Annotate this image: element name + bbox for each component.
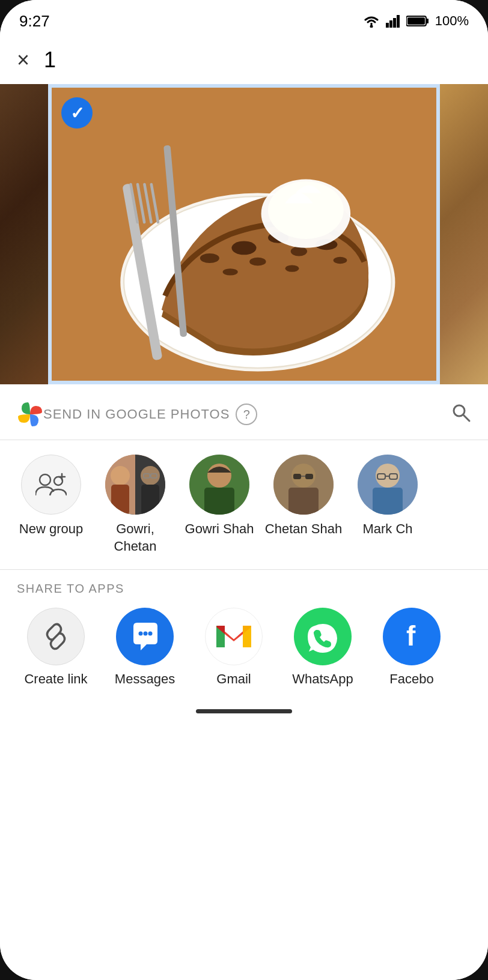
phone-frame: 9:27 xyxy=(0,0,488,980)
svg-rect-8 xyxy=(407,17,425,25)
whatsapp-icon xyxy=(294,608,352,665)
contact-item-gowri-shah[interactable]: Gowri Shah xyxy=(180,455,258,555)
contact-item-new-group[interactable]: New group xyxy=(12,455,90,555)
create-link-label: Create link xyxy=(24,671,87,687)
whatsapp-label: WhatsApp xyxy=(292,671,353,687)
battery-icon xyxy=(406,15,429,27)
svg-point-63 xyxy=(148,631,152,635)
share-to-apps-section: SHARE TO APPS Create link xyxy=(0,570,488,699)
avatar-gowri-chetan xyxy=(105,455,165,515)
bottom-sheet: SEND IN GOOGLE PHOTOS ? xyxy=(0,384,488,980)
svg-line-60 xyxy=(52,632,60,641)
svg-point-19 xyxy=(223,268,238,275)
svg-point-31 xyxy=(40,474,50,485)
share-to-apps-title: SHARE TO APPS xyxy=(17,582,471,596)
svg-rect-40 xyxy=(141,485,159,515)
search-icon xyxy=(451,402,471,423)
status-time: 9:27 xyxy=(19,12,50,31)
photo-strip xyxy=(0,84,488,384)
signal-icon xyxy=(386,14,400,28)
contact-item-chetan-shah[interactable]: Chetan Shah xyxy=(264,455,343,555)
avatar-mark xyxy=(358,455,418,515)
create-link-icon xyxy=(27,608,85,665)
svg-rect-5 xyxy=(397,15,400,28)
contact-name-chetan-shah: Chetan Shah xyxy=(265,521,342,538)
home-indicator xyxy=(0,699,488,723)
svg-line-30 xyxy=(463,415,469,421)
svg-point-15 xyxy=(200,253,219,263)
photo-selected[interactable] xyxy=(48,84,440,384)
phone-screen: 9:27 xyxy=(0,0,488,980)
google-photos-section: SEND IN GOOGLE PHOTOS ? xyxy=(0,384,488,440)
apps-row: Create link Messages xyxy=(17,608,471,687)
svg-rect-46 xyxy=(204,488,234,515)
app-item-messages[interactable]: Messages xyxy=(106,608,184,687)
contact-name-new-group: New group xyxy=(19,521,83,538)
wifi-icon xyxy=(363,14,380,28)
app-item-facebook[interactable]: f Facebo xyxy=(373,608,451,687)
avatar-gowri-shah xyxy=(189,455,249,515)
home-bar xyxy=(196,709,292,713)
app-item-create-link[interactable]: Create link xyxy=(17,608,95,687)
selection-count: 1 xyxy=(44,47,56,73)
svg-rect-3 xyxy=(389,20,392,28)
google-photos-help[interactable]: ? xyxy=(236,404,257,425)
contact-item-gowri-chetan[interactable]: Gowri,Chetan xyxy=(96,455,174,555)
contact-item-mark[interactable]: Mark Ch xyxy=(349,455,427,555)
google-photos-logo xyxy=(17,401,43,428)
svg-point-61 xyxy=(138,631,142,635)
svg-point-12 xyxy=(231,241,256,255)
svg-rect-53 xyxy=(273,455,334,515)
facebook-icon: f xyxy=(383,608,441,665)
new-group-avatar xyxy=(21,455,81,515)
google-photos-search[interactable] xyxy=(451,402,471,427)
contact-name-gowri-chetan: Gowri,Chetan xyxy=(114,521,157,555)
svg-text:f: f xyxy=(406,620,416,652)
contacts-section: New group xyxy=(0,440,488,570)
app-item-whatsapp[interactable]: WhatsApp xyxy=(284,608,362,687)
svg-point-62 xyxy=(143,631,147,635)
svg-point-17 xyxy=(249,258,266,266)
battery-percent: 100% xyxy=(435,13,469,29)
photo-left-peek[interactable] xyxy=(0,84,48,384)
avatar-chetan-shah xyxy=(273,455,334,515)
svg-rect-4 xyxy=(393,18,396,28)
svg-rect-7 xyxy=(426,19,429,23)
messages-icon xyxy=(116,608,174,665)
svg-point-18 xyxy=(285,265,299,271)
gmail-icon xyxy=(205,608,263,665)
google-photos-label: SEND IN GOOGLE PHOTOS xyxy=(43,407,230,422)
gmail-label: Gmail xyxy=(216,671,251,687)
photo-right-peek[interactable] xyxy=(440,84,488,384)
people-add-icon xyxy=(35,471,67,498)
status-bar: 9:27 xyxy=(0,0,488,36)
svg-point-14 xyxy=(291,247,307,256)
svg-point-37 xyxy=(111,466,130,485)
svg-point-20 xyxy=(334,257,347,264)
facebook-label: Facebo xyxy=(389,671,433,687)
top-bar: × 1 xyxy=(0,36,488,84)
app-item-gmail[interactable]: Gmail xyxy=(195,608,273,687)
svg-rect-56 xyxy=(373,488,403,515)
status-icons: 100% xyxy=(363,13,469,29)
messages-label: Messages xyxy=(115,671,175,687)
contact-name-mark: Mark Ch xyxy=(362,521,412,538)
contact-name-gowri-shah: Gowri Shah xyxy=(185,521,254,538)
selection-checkmark xyxy=(61,97,93,129)
svg-rect-38 xyxy=(111,485,129,515)
svg-rect-2 xyxy=(386,23,389,28)
svg-point-1 xyxy=(370,25,373,28)
close-button[interactable]: × xyxy=(17,47,29,73)
